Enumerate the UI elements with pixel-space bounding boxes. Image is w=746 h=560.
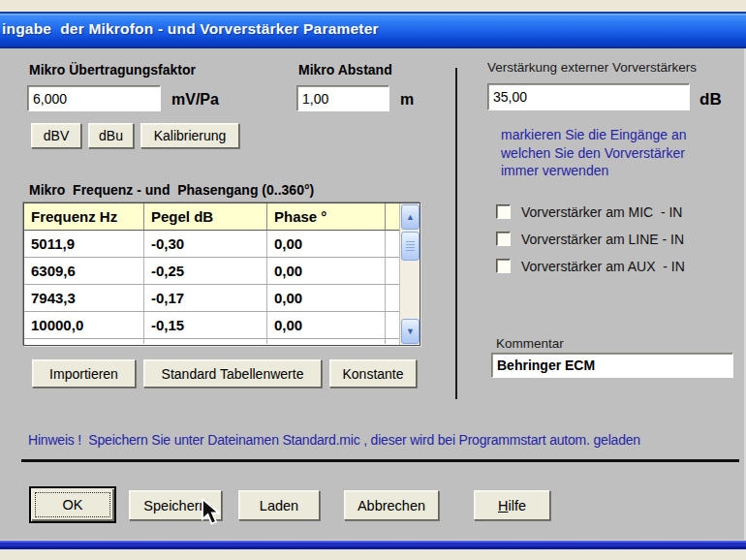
chevron-down-icon: ▼ <box>406 327 415 336</box>
uebertragungsfaktor-label: Mikro Übertragungsfaktor <box>29 62 196 78</box>
table-row[interactable]: 5011,9 -0,30 0,00 <box>24 231 420 258</box>
verstaerkung-unit: dB <box>699 90 722 109</box>
abstand-label: Mikro Abstand <box>298 62 392 78</box>
cell-frequenz[interactable]: 5011,9 <box>24 231 144 257</box>
table-header-row[interactable]: Frequenz Hz Pegel dB Phase ° <box>24 203 420 231</box>
standard-tabellenwerte-button[interactable]: Standard Tabellenwerte <box>143 359 322 388</box>
uebertragungsfaktor-input[interactable] <box>27 85 161 111</box>
uebertragungsfaktor-unit: mV/Pa <box>171 91 219 109</box>
cell-pegel[interactable]: -0,30 <box>144 231 267 257</box>
table-header-phase: Phase ° <box>267 203 386 230</box>
table-scrollbar[interactable]: ▲ ▼ <box>399 203 420 345</box>
abstand-unit: m <box>400 91 414 109</box>
checkbox-aux-label: Vorverstärker am AUX - IN <box>521 259 685 274</box>
title-bar[interactable]: ingabe der Mikrofon - und Vorverstärker … <box>0 12 746 48</box>
checkbox-icon[interactable] <box>496 232 511 246</box>
dbu-button[interactable]: dBu <box>88 123 134 148</box>
checkbox-mic-in[interactable]: Vorverstärker am MIC - IN <box>496 204 729 222</box>
dialog-title: ingabe der Mikrofon - und Vorverstärker … <box>2 20 379 38</box>
instruction-line: markieren Sie die Eingänge an <box>501 126 686 144</box>
checkbox-line-in[interactable]: Vorverstärker am LINE - IN <box>496 232 729 249</box>
ok-button-label: OK <box>35 492 110 517</box>
hilfe-rest: ilfe <box>508 498 526 513</box>
kalibrierung-button[interactable]: Kalibrierung <box>140 123 239 148</box>
hint-text: Hinweis ! Speichern Sie unter Dateinamen… <box>28 432 640 448</box>
abstand-input[interactable] <box>296 85 389 111</box>
checkbox-mic-label: Vorverstärker am MIC - IN <box>521 204 682 220</box>
checkbox-line-label: Vorverstärker am LINE - IN <box>521 232 684 247</box>
checkbox-aux-in[interactable]: Vorverstärker am AUX - IN <box>496 259 729 276</box>
importieren-button[interactable]: Importieren <box>32 359 136 388</box>
cell-pegel[interactable]: -0,25 <box>144 258 267 284</box>
cell-phase[interactable]: 0,00 <box>267 258 386 284</box>
instruction-line: welchen Sie den Vorverstärker <box>501 144 686 163</box>
scroll-up-button[interactable]: ▲ <box>401 204 420 230</box>
verstaerkung-input[interactable] <box>487 83 690 110</box>
instruction-line: immer verwenden <box>501 162 686 180</box>
table-row[interactable]: 6309,6 -0,25 0,00 <box>24 258 420 285</box>
table-title: Mikro Frequenz - und Phasengang (0..360°… <box>29 182 314 198</box>
thumb-grip-icon <box>406 241 415 252</box>
cell-pegel[interactable]: -0,17 <box>144 285 267 311</box>
konstante-button[interactable]: Konstante <box>329 359 417 388</box>
cell-phase[interactable]: 0,00 <box>267 285 386 311</box>
screen: ingabe der Mikrofon - und Vorverstärker … <box>0 0 746 560</box>
hilfe-underline: H <box>498 498 508 513</box>
ok-button[interactable]: OK <box>29 486 116 523</box>
scroll-down-button[interactable]: ▼ <box>401 319 420 344</box>
cell-frequenz[interactable]: 7943,3 <box>24 285 144 311</box>
table-row-partial <box>24 339 420 344</box>
dbv-button[interactable]: dBV <box>31 123 81 148</box>
window-bottom-border <box>0 540 746 549</box>
verstaerkung-label: Verstärkung externer Vorverstärkers <box>487 60 697 75</box>
table-row[interactable]: 7943,3 -0,17 0,00 <box>24 285 420 312</box>
checkbox-icon[interactable] <box>496 259 511 273</box>
laden-button[interactable]: Laden <box>238 490 320 520</box>
frequency-table: Frequenz Hz Pegel dB Phase ° 5011,9 -0,3… <box>23 202 420 346</box>
checkbox-icon[interactable] <box>496 204 511 219</box>
cell-phase[interactable]: 0,00 <box>267 231 386 257</box>
table-row[interactable]: 10000,0 -0,15 0,00 <box>24 312 420 339</box>
kommentar-input[interactable] <box>491 353 733 378</box>
chevron-up-icon: ▲ <box>406 213 415 222</box>
kommentar-label: Kommentar <box>496 336 564 351</box>
scrollbar-thumb[interactable] <box>401 232 420 261</box>
cell-frequenz[interactable]: 6309,6 <box>24 258 144 284</box>
footer-divider <box>21 459 739 462</box>
cell-pegel[interactable]: -0,15 <box>144 312 267 338</box>
section-divider <box>455 68 457 399</box>
dialog-content: Mikro Übertragungsfaktor mV/Pa Mikro Abs… <box>0 48 746 540</box>
hilfe-button[interactable]: Hilfe <box>474 490 550 520</box>
abbrechen-button[interactable]: Abbrechen <box>344 490 439 520</box>
speichern-button[interactable]: Speichern <box>129 490 222 520</box>
instruction-text: markieren Sie die Eingänge an welchen Si… <box>501 126 686 180</box>
cell-phase[interactable]: 0,00 <box>267 312 386 338</box>
table-header-pegel: Pegel dB <box>144 203 267 230</box>
cell-frequenz[interactable]: 10000,0 <box>24 312 144 338</box>
table-header-frequenz: Frequenz Hz <box>24 203 144 230</box>
